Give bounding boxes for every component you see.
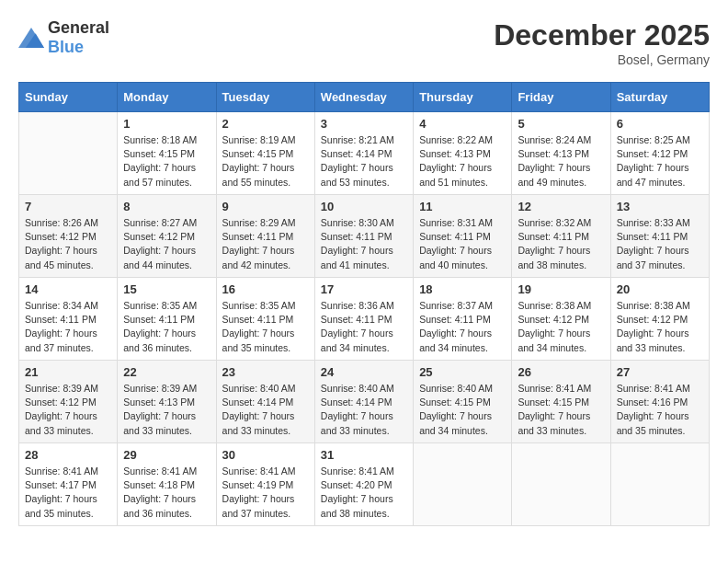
day-info: Sunrise: 8:41 AMSunset: 4:18 PMDaylight:… [123,465,210,521]
day-number: 28 [25,448,111,462]
location: Bosel, Germany [494,52,710,67]
calendar-cell: 9 Sunrise: 8:29 AMSunset: 4:11 PMDayligh… [216,195,314,278]
calendar-cell: 19 Sunrise: 8:38 AMSunset: 4:12 PMDaylig… [512,278,610,361]
month-title: December 2025 [494,18,710,52]
day-info: Sunrise: 8:36 AMSunset: 4:11 PMDaylight:… [321,299,407,355]
day-info: Sunrise: 8:31 AMSunset: 4:11 PMDaylight:… [419,216,506,272]
calendar-cell: 8 Sunrise: 8:27 AMSunset: 4:12 PMDayligh… [118,195,216,278]
calendar-dow-sunday: Sunday [19,83,118,112]
page-header: General Blue December 2025 Bosel, German… [18,18,710,67]
calendar-cell [19,112,118,195]
calendar-week-1: 1 Sunrise: 8:18 AMSunset: 4:15 PMDayligh… [19,112,710,195]
day-info: Sunrise: 8:32 AMSunset: 4:11 PMDaylight:… [518,216,604,272]
day-info: Sunrise: 8:34 AMSunset: 4:11 PMDaylight:… [25,299,111,355]
calendar-cell: 26 Sunrise: 8:41 AMSunset: 4:15 PMDaylig… [512,361,610,443]
day-info: Sunrise: 8:40 AMSunset: 4:14 PMDaylight:… [222,382,309,438]
logo-text: General Blue [48,18,109,57]
calendar-week-5: 28 Sunrise: 8:41 AMSunset: 4:17 PMDaylig… [19,443,710,526]
calendar-cell: 13 Sunrise: 8:33 AMSunset: 4:11 PMDaylig… [610,195,709,278]
day-info: Sunrise: 8:21 AMSunset: 4:14 PMDaylight:… [321,133,407,190]
day-info: Sunrise: 8:38 AMSunset: 4:12 PMDaylight:… [617,299,703,355]
day-info: Sunrise: 8:41 AMSunset: 4:15 PMDaylight:… [518,382,604,438]
calendar-dow-friday: Friday [512,83,610,112]
day-number: 16 [222,282,309,296]
day-number: 5 [518,117,604,131]
calendar-cell: 31 Sunrise: 8:41 AMSunset: 4:20 PMDaylig… [314,443,413,526]
calendar-cell: 28 Sunrise: 8:41 AMSunset: 4:17 PMDaylig… [19,443,118,526]
calendar-cell [414,443,512,526]
calendar-cell: 17 Sunrise: 8:36 AMSunset: 4:11 PMDaylig… [314,278,413,361]
calendar-cell: 1 Sunrise: 8:18 AMSunset: 4:15 PMDayligh… [118,112,216,195]
calendar-cell: 3 Sunrise: 8:21 AMSunset: 4:14 PMDayligh… [314,112,413,195]
day-number: 7 [25,200,111,213]
calendar-cell: 21 Sunrise: 8:39 AMSunset: 4:12 PMDaylig… [19,361,118,443]
day-info: Sunrise: 8:27 AMSunset: 4:12 PMDaylight:… [123,216,210,272]
calendar-dow-tuesday: Tuesday [216,83,314,112]
day-number: 3 [321,117,407,131]
calendar-cell: 23 Sunrise: 8:40 AMSunset: 4:14 PMDaylig… [216,361,314,443]
calendar-cell: 5 Sunrise: 8:24 AMSunset: 4:13 PMDayligh… [512,112,610,195]
calendar-week-4: 21 Sunrise: 8:39 AMSunset: 4:12 PMDaylig… [19,361,710,443]
day-number: 27 [617,365,703,379]
day-info: Sunrise: 8:39 AMSunset: 4:13 PMDaylight:… [123,382,210,438]
day-info: Sunrise: 8:19 AMSunset: 4:15 PMDaylight:… [222,133,309,190]
day-number: 25 [419,365,506,379]
day-info: Sunrise: 8:33 AMSunset: 4:11 PMDaylight:… [617,216,703,272]
day-info: Sunrise: 8:35 AMSunset: 4:11 PMDaylight:… [123,299,210,355]
day-info: Sunrise: 8:40 AMSunset: 4:14 PMDaylight:… [321,382,407,438]
day-number: 18 [419,282,506,296]
calendar-cell: 11 Sunrise: 8:31 AMSunset: 4:11 PMDaylig… [414,195,512,278]
day-info: Sunrise: 8:30 AMSunset: 4:11 PMDaylight:… [321,216,407,272]
calendar-cell: 18 Sunrise: 8:37 AMSunset: 4:11 PMDaylig… [414,278,512,361]
calendar-cell: 27 Sunrise: 8:41 AMSunset: 4:16 PMDaylig… [610,361,709,443]
logo: General Blue [18,18,109,57]
day-info: Sunrise: 8:40 AMSunset: 4:15 PMDaylight:… [419,382,506,438]
day-number: 8 [123,200,210,213]
day-number: 31 [321,448,407,462]
calendar-cell: 20 Sunrise: 8:38 AMSunset: 4:12 PMDaylig… [610,278,709,361]
day-info: Sunrise: 8:41 AMSunset: 4:16 PMDaylight:… [617,382,703,438]
day-info: Sunrise: 8:39 AMSunset: 4:12 PMDaylight:… [25,382,111,438]
calendar-week-2: 7 Sunrise: 8:26 AMSunset: 4:12 PMDayligh… [19,195,710,278]
calendar-cell: 22 Sunrise: 8:39 AMSunset: 4:13 PMDaylig… [118,361,216,443]
day-info: Sunrise: 8:38 AMSunset: 4:12 PMDaylight:… [518,299,604,355]
day-number: 4 [419,117,506,131]
day-number: 17 [321,282,407,296]
calendar-table: SundayMondayTuesdayWednesdayThursdayFrid… [18,82,710,526]
day-number: 13 [617,200,703,213]
calendar-header-row: SundayMondayTuesdayWednesdayThursdayFrid… [19,83,710,112]
day-info: Sunrise: 8:37 AMSunset: 4:11 PMDaylight:… [419,299,506,355]
calendar-cell: 12 Sunrise: 8:32 AMSunset: 4:11 PMDaylig… [512,195,610,278]
day-number: 10 [321,200,407,213]
calendar-cell: 6 Sunrise: 8:25 AMSunset: 4:12 PMDayligh… [610,112,709,195]
day-info: Sunrise: 8:29 AMSunset: 4:11 PMDaylight:… [222,216,309,272]
logo-icon [18,28,44,48]
calendar-cell: 29 Sunrise: 8:41 AMSunset: 4:18 PMDaylig… [118,443,216,526]
day-number: 2 [222,117,309,131]
calendar-cell: 15 Sunrise: 8:35 AMSunset: 4:11 PMDaylig… [118,278,216,361]
day-number: 24 [321,365,407,379]
calendar-cell: 2 Sunrise: 8:19 AMSunset: 4:15 PMDayligh… [216,112,314,195]
day-number: 6 [617,117,703,131]
day-info: Sunrise: 8:26 AMSunset: 4:12 PMDaylight:… [25,216,111,272]
calendar-cell: 10 Sunrise: 8:30 AMSunset: 4:11 PMDaylig… [314,195,413,278]
calendar-dow-monday: Monday [118,83,216,112]
day-number: 20 [617,282,703,296]
day-number: 14 [25,282,111,296]
day-info: Sunrise: 8:41 AMSunset: 4:17 PMDaylight:… [25,465,111,521]
calendar-cell: 7 Sunrise: 8:26 AMSunset: 4:12 PMDayligh… [19,195,118,278]
day-info: Sunrise: 8:41 AMSunset: 4:19 PMDaylight:… [222,465,309,521]
day-info: Sunrise: 8:41 AMSunset: 4:20 PMDaylight:… [321,465,407,521]
calendar-cell: 24 Sunrise: 8:40 AMSunset: 4:14 PMDaylig… [314,361,413,443]
calendar-dow-wednesday: Wednesday [314,83,413,112]
calendar-dow-saturday: Saturday [610,83,709,112]
day-info: Sunrise: 8:24 AMSunset: 4:13 PMDaylight:… [518,133,604,190]
calendar-dow-thursday: Thursday [414,83,512,112]
title-block: December 2025 Bosel, Germany [494,18,710,67]
day-number: 19 [518,282,604,296]
logo-blue: Blue [48,38,84,56]
day-info: Sunrise: 8:18 AMSunset: 4:15 PMDaylight:… [123,133,210,190]
day-number: 15 [123,282,210,296]
calendar-cell [512,443,610,526]
day-number: 22 [123,365,210,379]
